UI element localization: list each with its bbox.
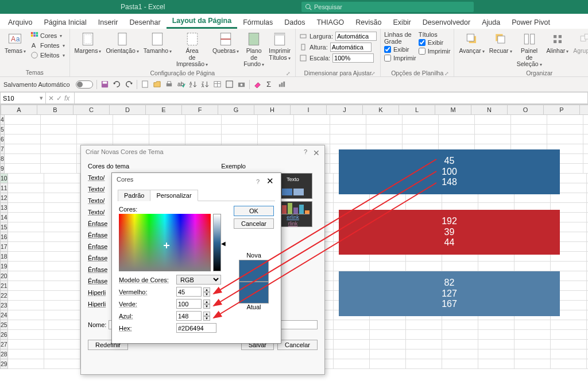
row-header[interactable]: 27 bbox=[0, 340, 8, 349]
cell[interactable] bbox=[77, 115, 113, 125]
luminosity-pointer-icon[interactable]: ◀ bbox=[221, 240, 226, 274]
cell[interactable] bbox=[551, 193, 587, 203]
cell[interactable] bbox=[8, 340, 44, 349]
tab-revisão[interactable]: Revisão bbox=[350, 16, 387, 29]
cell[interactable] bbox=[8, 291, 44, 301]
cell[interactable] bbox=[551, 340, 587, 349]
margens-button[interactable]: Margens bbox=[74, 30, 103, 56]
cell[interactable] bbox=[370, 193, 406, 203]
cell[interactable] bbox=[44, 252, 80, 262]
spin-up-icon[interactable]: ▲ bbox=[203, 312, 210, 316]
row-header[interactable]: 16 bbox=[0, 232, 8, 242]
cell[interactable] bbox=[442, 330, 478, 340]
tab-layout-da-página[interactable]: Layout da Página bbox=[167, 14, 238, 29]
cores-menu[interactable]: Cores bbox=[29, 31, 66, 40]
cell[interactable] bbox=[44, 320, 80, 330]
cell[interactable] bbox=[41, 144, 77, 154]
cancelar-button[interactable]: Cancelar bbox=[277, 340, 318, 350]
tab-página-inicial[interactable]: Página Inicial bbox=[38, 16, 92, 29]
col-header[interactable]: K bbox=[363, 105, 399, 115]
cell[interactable] bbox=[5, 144, 41, 154]
cell[interactable] bbox=[8, 193, 44, 203]
cell[interactable] bbox=[41, 164, 77, 174]
cell[interactable] bbox=[406, 193, 442, 203]
hex-input[interactable] bbox=[176, 323, 216, 333]
tamanho-button[interactable]: Tamanho bbox=[142, 30, 173, 56]
efeitos-menu[interactable]: Efeitos bbox=[29, 51, 66, 60]
row-header[interactable]: 4 bbox=[0, 115, 5, 125]
col-header[interactable]: Q bbox=[580, 105, 588, 115]
altura-input[interactable] bbox=[330, 43, 372, 52]
cell[interactable] bbox=[258, 125, 294, 135]
row-header[interactable]: 12 bbox=[0, 193, 8, 203]
sort-asc-icon[interactable]: AZ bbox=[189, 80, 198, 89]
cell[interactable] bbox=[514, 320, 551, 330]
cell[interactable] bbox=[8, 320, 44, 330]
help-icon[interactable]: ? bbox=[256, 178, 260, 185]
tab-desenvolvedor[interactable]: Desenvolvedor bbox=[417, 16, 476, 29]
cell[interactable] bbox=[113, 125, 149, 135]
sort-desc-icon[interactable]: ZA bbox=[201, 80, 210, 89]
grade-exibir-check[interactable] bbox=[384, 46, 391, 53]
cell[interactable] bbox=[8, 174, 44, 183]
cell[interactable] bbox=[514, 193, 551, 203]
cell[interactable] bbox=[370, 349, 406, 359]
cell[interactable] bbox=[5, 154, 41, 164]
row-header[interactable]: 22 bbox=[0, 291, 8, 301]
tab-ajuda[interactable]: Ajuda bbox=[476, 16, 506, 29]
col-header[interactable]: L bbox=[399, 105, 435, 115]
cell[interactable] bbox=[41, 115, 77, 125]
cell[interactable] bbox=[478, 320, 514, 330]
row-header[interactable]: 14 bbox=[0, 213, 8, 222]
tab-dados[interactable]: Dados bbox=[278, 16, 311, 29]
cell[interactable] bbox=[8, 271, 44, 281]
row-header[interactable]: 24 bbox=[0, 310, 8, 320]
área-de-impressão-button[interactable]: Áreade Impressão bbox=[175, 30, 209, 69]
cell[interactable] bbox=[44, 340, 80, 349]
cell[interactable] bbox=[44, 193, 80, 203]
cell[interactable] bbox=[478, 330, 514, 340]
cell[interactable] bbox=[258, 135, 294, 144]
fx-icon[interactable]: fx bbox=[64, 94, 69, 102]
largura-input[interactable] bbox=[335, 32, 377, 41]
table-icon[interactable] bbox=[213, 80, 222, 89]
cell[interactable] bbox=[583, 164, 588, 174]
cell[interactable] bbox=[258, 115, 294, 125]
cell[interactable] bbox=[44, 183, 80, 193]
row-header[interactable]: 5 bbox=[0, 125, 5, 135]
cell[interactable] bbox=[44, 359, 80, 369]
cell[interactable] bbox=[334, 349, 370, 359]
cell[interactable] bbox=[406, 320, 442, 330]
cell[interactable] bbox=[442, 320, 478, 330]
row-header[interactable]: 10 bbox=[0, 174, 8, 183]
cell[interactable] bbox=[366, 135, 403, 144]
search-box[interactable]: Pesquisar bbox=[301, 2, 474, 12]
tab-fórmulas[interactable]: Fórmulas bbox=[237, 16, 278, 29]
cell[interactable] bbox=[514, 349, 551, 359]
plano-de-fundo-button[interactable]: Planode Fundo bbox=[242, 30, 265, 69]
cell[interactable] bbox=[551, 349, 587, 359]
cell[interactable] bbox=[222, 125, 258, 135]
cell[interactable] bbox=[475, 115, 511, 125]
cell[interactable] bbox=[478, 262, 514, 271]
spell-icon[interactable]: ab bbox=[177, 80, 185, 89]
cell[interactable] bbox=[370, 340, 406, 349]
luminosity-bar[interactable] bbox=[213, 214, 221, 271]
autosave-toggle[interactable] bbox=[76, 80, 93, 89]
cell[interactable] bbox=[294, 115, 330, 125]
cell[interactable] bbox=[44, 262, 80, 271]
dialog-launcher-icon[interactable]: ⤢ bbox=[299, 71, 376, 76]
close-icon[interactable]: ✕ bbox=[313, 148, 320, 157]
col-header[interactable]: F bbox=[182, 105, 218, 115]
cell[interactable] bbox=[547, 115, 583, 125]
col-header[interactable]: M bbox=[435, 105, 471, 115]
undo-icon[interactable] bbox=[113, 80, 121, 89]
row-header[interactable]: 6 bbox=[0, 135, 5, 144]
cell[interactable] bbox=[8, 349, 44, 359]
col-header[interactable]: G bbox=[218, 105, 254, 115]
cell[interactable] bbox=[8, 281, 44, 291]
tab-arquivo[interactable]: Arquivo bbox=[2, 16, 38, 29]
cell[interactable] bbox=[44, 271, 80, 281]
row-header[interactable]: 8 bbox=[0, 154, 5, 164]
camera-icon[interactable] bbox=[237, 80, 246, 89]
